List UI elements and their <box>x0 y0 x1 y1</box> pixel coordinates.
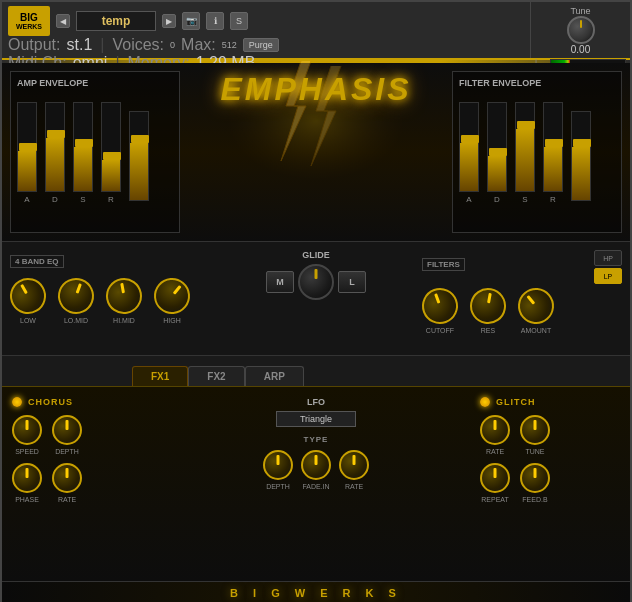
fe-slider-a-thumb <box>461 135 479 143</box>
tab-fx2[interactable]: FX2 <box>188 366 244 386</box>
lfo-rate-knob[interactable] <box>339 450 369 480</box>
amp-slider-extra-fill <box>130 143 148 200</box>
eq-knobs-row: LOW LO.MID HI.MID HIGH <box>10 278 230 324</box>
glide-m-button[interactable]: M <box>266 271 294 293</box>
amp-envelope-panel: AMP ENVELOPE A D <box>10 71 180 233</box>
fe-label-a: A <box>466 195 471 204</box>
glide-l-button[interactable]: L <box>338 271 366 293</box>
amp-slider-d-fill <box>46 138 64 191</box>
chorus-speed-knob[interactable] <box>12 415 42 445</box>
glide-buttons-row: M L <box>266 264 366 300</box>
eq-knob-lomid[interactable] <box>53 273 99 319</box>
fe-slider-s-track[interactable] <box>515 102 535 192</box>
amp-slider-a-fill <box>18 151 36 191</box>
lfo-fadein-knob[interactable] <box>301 450 331 480</box>
preset-prev-btn[interactable]: ◀ <box>56 14 70 28</box>
fe-slider-a: A <box>459 102 479 204</box>
fe-slider-a-track[interactable] <box>459 102 479 192</box>
controls-right: Tune 0.00 L R aux <box>530 2 630 58</box>
envelope-section: AMP ENVELOPE A D <box>2 63 630 241</box>
tune-label: Tune <box>570 6 590 16</box>
chorus-phase-knob[interactable] <box>12 463 42 493</box>
fe-slider-extra <box>571 111 591 204</box>
tab-arp[interactable]: ARP <box>245 366 304 386</box>
amp-label-d: D <box>52 195 58 204</box>
eq-knob-himid-label: HI.MID <box>113 317 135 324</box>
top-row-1: BIG WERKS ◀ temp ▶ 📷 ℹ S <box>8 6 524 36</box>
filter-amount-label: AMOUNT <box>521 327 551 334</box>
fx-tabs-section: FX1 FX2 ARP <box>2 356 630 386</box>
chorus-rate-col: RATE <box>52 463 82 503</box>
lfo-depth-knob[interactable] <box>263 450 293 480</box>
amp-slider-d-track[interactable] <box>45 102 65 192</box>
fx-content-panel: CHORUS SPEED DEPTH PHASE <box>2 386 630 581</box>
tune-knob[interactable] <box>567 16 595 44</box>
filter-cutoff-knob[interactable] <box>417 283 463 329</box>
fe-slider-extra-track[interactable] <box>571 111 591 201</box>
fe-slider-a-fill <box>460 143 478 191</box>
filter-res-label: RES <box>481 327 495 334</box>
glitch-tune-col: TUNE <box>520 415 550 455</box>
amp-slider-a: A <box>17 102 37 204</box>
lfo-section: LFO Triangle TYPE DEPTH FADE.IN RATE <box>236 397 396 490</box>
preset-next-btn[interactable]: ▶ <box>162 14 176 28</box>
fe-slider-r-track[interactable] <box>543 102 563 192</box>
amp-slider-r-track[interactable] <box>101 102 121 192</box>
voices-label: Voices: <box>112 36 164 54</box>
chorus-label: CHORUS <box>28 397 73 407</box>
glitch-bottom-knobs: REPEAT FEED.B <box>480 463 620 503</box>
glide-label: GLIDE <box>302 250 330 260</box>
amp-label-s: S <box>80 195 85 204</box>
chorus-bottom-knobs: PHASE RATE <box>12 463 162 503</box>
voices-current: 0 <box>170 40 175 50</box>
glitch-repeat-knob[interactable] <box>480 463 510 493</box>
glitch-feedb-knob[interactable] <box>520 463 550 493</box>
preset-name-display: temp <box>76 11 156 31</box>
chorus-speed-label: SPEED <box>15 448 39 455</box>
fe-slider-d-track[interactable] <box>487 102 507 192</box>
lfo-type-display[interactable]: Triangle <box>276 411 356 427</box>
s-button[interactable]: S <box>230 12 248 30</box>
glitch-rate-knob[interactable] <box>480 415 510 445</box>
fe-label-s: S <box>522 195 527 204</box>
glitch-led[interactable] <box>480 397 490 407</box>
filters-area: FILTERS HP LP CUTOFF RES AMOUNT <box>422 250 622 334</box>
fe-slider-r-fill <box>544 147 562 191</box>
lfo-depth-col: DEPTH <box>263 450 293 490</box>
filter-amount-knob[interactable] <box>511 281 562 332</box>
info-icon[interactable]: ℹ <box>206 12 224 30</box>
fe-slider-extra-thumb <box>573 139 591 147</box>
eq-knob-himid[interactable] <box>103 275 145 317</box>
amp-slider-r-thumb <box>103 152 121 160</box>
controls-left: BIG WERKS ◀ temp ▶ 📷 ℹ S Output: st.1 | <box>2 2 530 58</box>
filter-amount-col: AMOUNT <box>518 288 554 334</box>
lfo-rate-col: RATE <box>339 450 369 490</box>
glitch-tune-knob[interactable] <box>520 415 550 445</box>
glide-center-knob[interactable] <box>298 264 334 300</box>
chorus-depth-knob[interactable] <box>52 415 82 445</box>
amp-slider-extra-track[interactable] <box>129 111 149 201</box>
filter-hp-button[interactable]: HP <box>594 250 622 266</box>
tab-fx1[interactable]: FX1 <box>132 366 188 386</box>
purge-button[interactable]: Purge <box>243 38 279 52</box>
amp-envelope-label: AMP ENVELOPE <box>17 78 173 88</box>
amp-slider-a-track[interactable] <box>17 102 37 192</box>
chorus-rate-knob[interactable] <box>52 463 82 493</box>
filter-res-knob[interactable] <box>467 285 509 327</box>
camera-icon[interactable]: 📷 <box>182 12 200 30</box>
filter-res-col: RES <box>470 288 506 334</box>
eq-knob-high[interactable] <box>147 271 198 322</box>
fe-slider-r: R <box>543 102 563 204</box>
chorus-led[interactable] <box>12 397 22 407</box>
eq-knob-low[interactable] <box>3 271 52 320</box>
glitch-tune-label: TUNE <box>525 448 544 455</box>
glitch-feedb-label: FEED.B <box>522 496 547 503</box>
amp-slider-s-track[interactable] <box>73 102 93 192</box>
filter-type-buttons: HP LP <box>594 250 622 284</box>
amp-slider-s-fill <box>74 147 92 191</box>
filters-label: FILTERS <box>422 258 465 271</box>
filter-lp-button[interactable]: LP <box>594 268 622 284</box>
lfo-depth-label: DEPTH <box>266 483 290 490</box>
glitch-rate-col: RATE <box>480 415 510 455</box>
voices-max: 512 <box>222 40 237 50</box>
